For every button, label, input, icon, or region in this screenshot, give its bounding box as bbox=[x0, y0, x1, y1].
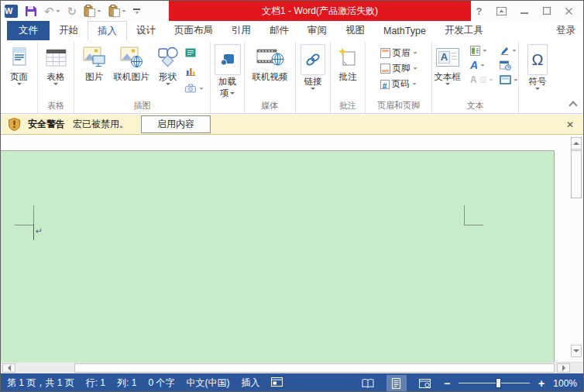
paste-icon bbox=[108, 5, 120, 17]
customize-qat-button[interactable] bbox=[133, 9, 140, 14]
read-mode-button[interactable] bbox=[358, 375, 378, 391]
margin-crop-mark-right bbox=[464, 205, 483, 225]
page-count-status[interactable]: 第 1 页，共 1 页 bbox=[7, 377, 74, 390]
screenshot-button[interactable] bbox=[185, 84, 204, 93]
tab-mathtype[interactable]: MathType bbox=[374, 21, 435, 40]
header-button[interactable]: 页眉 bbox=[380, 47, 417, 59]
online-picture-icon bbox=[120, 44, 143, 70]
group-tables: 表格 表格 bbox=[38, 42, 74, 113]
enable-content-button[interactable]: 启用内容 bbox=[141, 115, 211, 133]
textbox-icon: A bbox=[436, 44, 459, 70]
sign-in-link[interactable]: 登录 bbox=[548, 21, 583, 40]
paste-button-1[interactable] bbox=[84, 5, 101, 17]
link-icon bbox=[301, 44, 325, 75]
zoom-slider-thumb[interactable] bbox=[496, 378, 501, 388]
tab-design[interactable]: 设计 bbox=[127, 21, 165, 40]
table-icon bbox=[46, 44, 67, 70]
scroll-down-button[interactable] bbox=[571, 345, 582, 357]
tab-page-layout[interactable]: 页面布局 bbox=[165, 21, 222, 40]
redo-icon: ↻ bbox=[67, 5, 77, 17]
footer-button[interactable]: 页脚 bbox=[380, 63, 417, 74]
ribbon-display-options-button[interactable] bbox=[490, 1, 513, 21]
chevron-down-icon bbox=[483, 50, 486, 52]
collapse-ribbon-button[interactable] bbox=[569, 101, 575, 107]
online-pictures-button[interactable]: 联机图片 bbox=[111, 43, 153, 83]
print-layout-icon bbox=[391, 378, 401, 389]
scroll-up-button[interactable] bbox=[571, 137, 582, 150]
table-button[interactable]: 表格 bbox=[43, 43, 70, 86]
tab-view[interactable]: 视图 bbox=[336, 21, 374, 40]
document-page[interactable]: ↵ bbox=[1, 150, 555, 362]
security-warning-bar: 安全警告 宏已被禁用。 启用内容 ✕ bbox=[1, 115, 583, 135]
scroll-right-button[interactable] bbox=[557, 363, 570, 373]
chevron-down-icon bbox=[199, 88, 203, 90]
page-number-button[interactable]: # 页码 bbox=[380, 78, 417, 90]
scroll-left-button[interactable] bbox=[2, 363, 15, 373]
arrow-down-icon bbox=[573, 349, 579, 352]
pages-button[interactable]: 页面 bbox=[7, 43, 31, 86]
maximize-icon bbox=[543, 7, 551, 15]
horizontal-scroll-thumb[interactable] bbox=[74, 363, 555, 373]
object-button[interactable] bbox=[500, 75, 518, 84]
paste-icon bbox=[84, 5, 95, 17]
language-status[interactable]: 中文(中国) bbox=[186, 377, 229, 390]
online-video-button[interactable]: 联机视频 bbox=[249, 43, 291, 83]
insert-mode-status[interactable]: 插入 bbox=[241, 377, 259, 390]
chevron-down-icon bbox=[17, 83, 22, 85]
quick-parts-button[interactable] bbox=[470, 46, 493, 56]
close-button[interactable] bbox=[558, 1, 580, 21]
tab-developer[interactable]: 开发工具 bbox=[435, 21, 493, 40]
wordart-button[interactable]: A bbox=[470, 60, 493, 70]
online-video-icon bbox=[256, 44, 284, 70]
paste-button-2[interactable] bbox=[108, 5, 126, 17]
print-layout-button[interactable] bbox=[386, 375, 407, 391]
minimize-button[interactable] bbox=[513, 1, 535, 21]
web-layout-button[interactable] bbox=[415, 375, 435, 391]
page-icon bbox=[11, 44, 28, 70]
tab-mailings[interactable]: 邮件 bbox=[260, 21, 298, 40]
date-time-button[interactable] bbox=[500, 60, 518, 70]
redo-button[interactable]: ↻ bbox=[67, 5, 77, 17]
warning-close-icon[interactable]: ✕ bbox=[566, 119, 574, 130]
signature-line-button[interactable] bbox=[500, 46, 518, 56]
maximize-button[interactable] bbox=[535, 1, 558, 21]
comment-button[interactable]: 批注 bbox=[334, 43, 362, 83]
drop-cap-button[interactable]: A bbox=[470, 75, 493, 84]
undo-button[interactable]: ↶ bbox=[44, 5, 60, 17]
help-button[interactable]: ? bbox=[468, 1, 490, 21]
smartart-button[interactable] bbox=[185, 46, 204, 60]
macro-record-button[interactable] bbox=[271, 377, 283, 389]
screenshot-icon bbox=[185, 84, 197, 93]
chart-button[interactable] bbox=[185, 65, 204, 79]
save-button[interactable] bbox=[25, 5, 37, 17]
horizontal-scrollbar[interactable] bbox=[1, 362, 583, 373]
tab-home[interactable]: 开始 bbox=[50, 21, 88, 40]
column-status[interactable]: 列: 1 bbox=[117, 377, 136, 390]
tab-file[interactable]: 文件 bbox=[7, 21, 50, 40]
shapes-button[interactable]: 形状 bbox=[154, 43, 182, 86]
ribbon-display-icon bbox=[496, 7, 507, 15]
zoom-out-button[interactable]: − bbox=[444, 377, 450, 390]
word-count-status[interactable]: 0 个字 bbox=[148, 377, 174, 390]
textbox-button[interactable]: A 文本框 bbox=[431, 43, 464, 86]
ribbon-tab-bar: 文件 开始 插入 设计 页面布局 引用 邮件 审阅 视图 MathType 开发… bbox=[1, 21, 583, 40]
symbol-button[interactable]: Ω 符号 bbox=[524, 43, 551, 91]
zoom-level[interactable]: 100% bbox=[553, 378, 577, 389]
tab-references[interactable]: 引用 bbox=[222, 21, 260, 40]
ribbon-insert: 页面 表格 表格 bbox=[1, 40, 583, 114]
picture-icon bbox=[83, 44, 106, 70]
addins-button[interactable]: 加载 项 bbox=[211, 43, 244, 99]
zoom-slider[interactable] bbox=[459, 378, 530, 388]
links-button[interactable]: 链接 bbox=[297, 43, 328, 91]
line-status[interactable]: 行: 1 bbox=[86, 377, 105, 390]
window-title: 文档1 - Word(产品激活失败) bbox=[169, 1, 471, 21]
tab-review[interactable]: 审阅 bbox=[298, 21, 336, 40]
pictures-button[interactable]: 图片 bbox=[80, 43, 109, 83]
vertical-scroll-thumb[interactable] bbox=[571, 150, 582, 198]
wordart-icon: A bbox=[470, 60, 478, 70]
group-comments: 批注 批注 bbox=[331, 42, 366, 113]
tab-insert[interactable]: 插入 bbox=[88, 21, 127, 40]
vertical-scrollbar[interactable] bbox=[570, 135, 583, 362]
zoom-in-button[interactable]: + bbox=[538, 377, 544, 390]
arrow-up-icon bbox=[573, 142, 579, 145]
